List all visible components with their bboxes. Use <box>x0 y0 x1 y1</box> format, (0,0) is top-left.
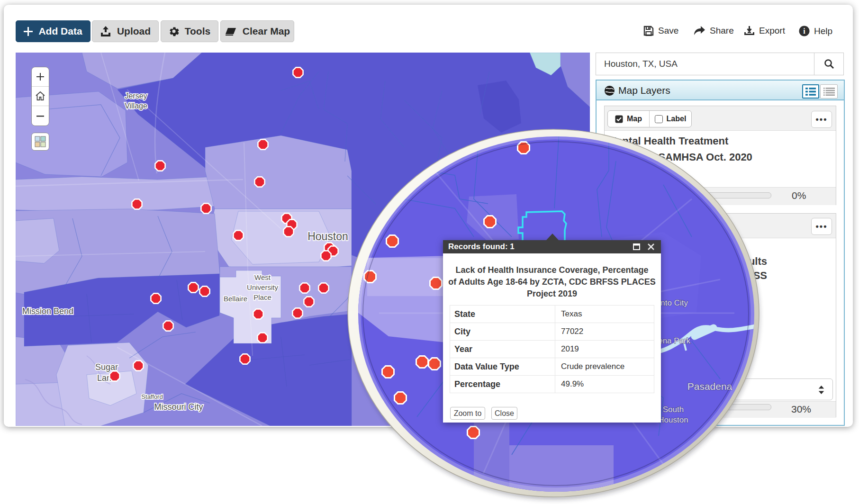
svg-text:i: i <box>803 27 805 35</box>
svg-text:West: West <box>254 273 271 281</box>
svg-text:Houston: Houston <box>658 415 688 424</box>
svg-text:Place: Place <box>253 293 271 301</box>
svg-text:Sugar: Sugar <box>95 362 118 372</box>
svg-text:Stafford: Stafford <box>141 393 163 400</box>
svg-text:Bellaire: Bellaire <box>224 295 247 303</box>
svg-text:Pasadena: Pasadena <box>687 381 732 392</box>
svg-text:University: University <box>247 283 278 291</box>
svg-text:Missouri City: Missouri City <box>154 402 203 412</box>
svg-text:South: South <box>663 405 684 414</box>
svg-text:Mission Bend: Mission Bend <box>22 306 73 316</box>
svg-text:Village: Village <box>125 102 147 110</box>
svg-text:Jersey: Jersey <box>125 92 147 100</box>
